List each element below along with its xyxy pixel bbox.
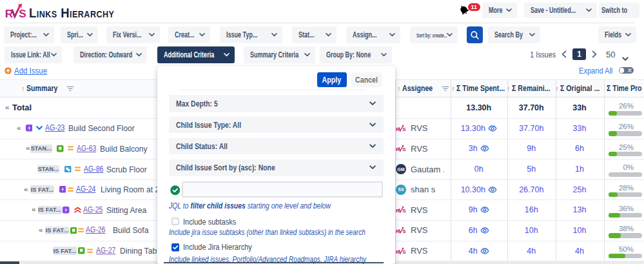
svg-text:S: S <box>402 127 406 132</box>
svg-text:S: S <box>402 249 406 255</box>
svg-text:S: S <box>19 7 26 20</box>
svg-text:S: S <box>402 208 406 214</box>
svg-text:R: R <box>5 7 14 20</box>
svg-text:S: S <box>402 228 406 234</box>
svg-text:S: S <box>402 147 406 153</box>
